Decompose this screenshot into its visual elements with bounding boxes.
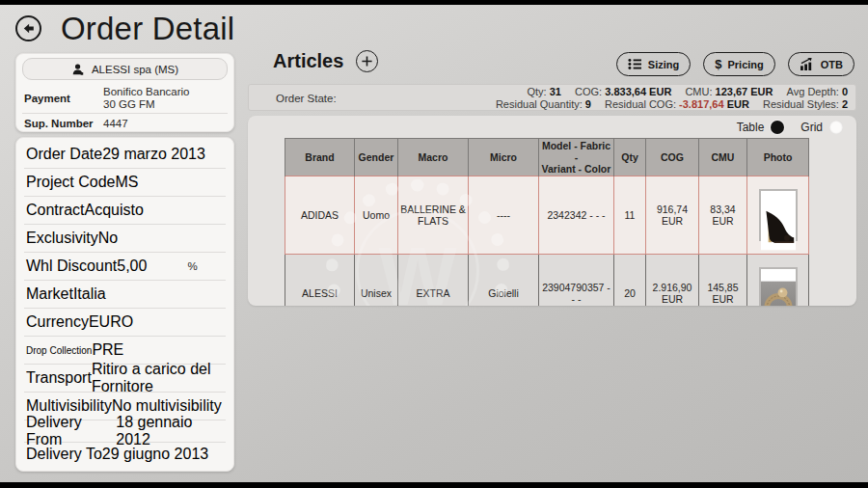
avg-depth-label: Avg Depth:	[787, 86, 839, 97]
order-state-values: Qty: 31 COG: 3.833,64 EUR CMU: 123,67 EU…	[485, 86, 848, 111]
sup-number-row: Sup. Number 4447	[22, 114, 228, 133]
cell-model: 2342342 - - -	[539, 176, 614, 255]
cell-cog: 916,74 EUR	[646, 176, 699, 255]
residual-cog-value: -3.817,64	[679, 98, 723, 110]
gold-ring-photo[interactable]	[759, 267, 798, 306]
person-icon	[71, 63, 85, 76]
cell-cmu: 145,85 EUR	[699, 255, 747, 307]
order-fields-card: Order Date 29 marzo 2013 Project Code MS…	[15, 137, 234, 472]
otb-label: OTB	[821, 59, 843, 70]
field-row-project-code: Project Code MS	[24, 169, 226, 197]
sup-number-value: 4447	[103, 118, 128, 129]
residual-styles-value: 2	[842, 98, 848, 110]
article-row-alessi[interactable]: ALESSI Unisex EXTRA Gioielli 23904790357…	[285, 255, 809, 307]
avg-depth-value: 0	[842, 86, 848, 97]
cell-brand: ADIDAS	[285, 176, 355, 255]
supplier-button[interactable]: ALESSI spa (MS)	[22, 58, 228, 80]
field-value: MS	[116, 174, 139, 191]
field-label: Contract	[26, 202, 84, 219]
payment-label: Payment	[24, 93, 103, 104]
residual-styles-label: Residual Styles:	[763, 98, 839, 110]
ring-image	[761, 281, 796, 306]
payment-value: Bonifico Bancario 30 GG FM	[103, 86, 190, 111]
qty-label: Qty:	[528, 86, 547, 97]
cell-photo	[747, 255, 809, 307]
otb-button[interactable]: OTB	[788, 52, 854, 76]
col-brand: Brand	[285, 139, 355, 176]
field-row-delivery-from: Delivery From 18 gennaio 2012	[24, 420, 226, 443]
field-row-currency: Currency EURO	[24, 309, 226, 337]
grid-view-radio[interactable]	[829, 121, 843, 134]
field-value: PRE	[92, 341, 123, 359]
pricing-button[interactable]: $ Pricing	[703, 52, 775, 76]
field-label: Exclusivity	[26, 230, 98, 247]
order-state-label: Order State:	[276, 93, 337, 104]
article-row-adidas[interactable]: ADIDAS Uomo BALLERINE & FLATS ---- 23423…	[285, 176, 809, 255]
residual-qty-value: 9	[585, 98, 591, 110]
cell-gender: Uomo	[355, 176, 398, 255]
col-cmu: CMU	[699, 139, 747, 176]
field-label: Market	[26, 285, 73, 303]
col-model: Model - Fabric - Variant - Color	[539, 139, 614, 176]
payment-row: Payment Bonifico Bancario 30 GG FM	[22, 83, 228, 114]
order-state-line2: Residual Quantity: 9 Residual COG: -3.81…	[485, 98, 848, 111]
qty-value: 31	[550, 86, 561, 97]
field-value: 18 gennaio 2012	[116, 414, 224, 448]
app-header: Order Detail	[15, 13, 234, 44]
cell-gender: Unisex	[355, 255, 398, 307]
field-row-contract: Contract Acquisto	[24, 197, 226, 225]
col-cog: COG	[646, 139, 699, 176]
field-value: No	[98, 230, 118, 247]
articles-title: Articles	[273, 50, 343, 72]
articles-panel: Table Grid Brand Gender Macro Micro Mod	[248, 116, 856, 306]
table-header-row: Brand Gender Macro Micro Model - Fabric …	[285, 139, 809, 176]
cell-photo	[747, 176, 809, 255]
plus-icon	[361, 55, 373, 68]
sizing-button[interactable]: Sizing	[616, 52, 691, 76]
list-icon	[628, 58, 642, 70]
field-value: 29 marzo 2013	[102, 146, 205, 163]
field-row-order-date: Order Date 29 marzo 2013	[24, 141, 226, 169]
table-view-radio[interactable]	[771, 121, 784, 134]
cell-macro: BALLERINE & FLATS	[398, 176, 469, 255]
sizing-label: Sizing	[648, 59, 679, 70]
field-value: Italia	[73, 285, 106, 303]
field-value: Ritiro a carico del Fornitore	[92, 361, 224, 395]
shoe-image	[761, 203, 796, 251]
app-window: Order Detail ALESSI spa (MS) Payment Bon…	[0, 0, 868, 488]
cell-brand: ALESSI	[285, 255, 355, 307]
col-qty: Qty	[614, 139, 646, 176]
order-state-bar: Order State: Qty: 31 COG: 3.833,64 EUR C…	[248, 84, 856, 111]
articles-header: Articles	[273, 50, 378, 72]
field-value: No multivisibility	[112, 397, 222, 415]
field-label: Order Date	[26, 146, 102, 163]
field-label: Transport	[26, 369, 92, 387]
field-label: Project Code	[26, 174, 116, 191]
black-heel-shoe-photo[interactable]	[759, 189, 798, 241]
supplier-card: ALESSI spa (MS) Payment Bonifico Bancari…	[15, 53, 234, 132]
page-title: Order Detail	[61, 13, 234, 44]
field-row-exclusivity: Exclusivity No	[24, 225, 226, 253]
percent-suffix: %	[187, 260, 197, 272]
back-button[interactable]	[15, 15, 41, 41]
order-detail-screen: Order Detail ALESSI spa (MS) Payment Bon…	[0, 5, 868, 482]
dollar-icon: $	[715, 58, 721, 70]
view-toggle: Table Grid	[737, 121, 843, 134]
col-gender: Gender	[355, 139, 398, 176]
supplier-name: ALESSI spa (MS)	[92, 64, 178, 75]
chart-icon	[800, 58, 815, 70]
arrow-left-icon	[21, 21, 36, 36]
field-label: Whl Discount	[26, 258, 117, 275]
cell-model: 23904790357 - - -	[539, 255, 614, 307]
add-article-button[interactable]	[356, 50, 378, 72]
residual-cog-label: Residual COG:	[605, 98, 676, 110]
table-view-label: Table	[737, 121, 765, 134]
field-value: 29 giugno 2013	[102, 446, 208, 463]
field-row-transport: Transport Ritiro a carico del Fornitore	[24, 365, 226, 393]
cell-macro: EXTRA	[398, 255, 469, 307]
field-label: Multivisibility	[26, 397, 112, 415]
articles-table: Brand Gender Macro Micro Model - Fabric …	[285, 138, 809, 306]
field-value: 5,00	[117, 258, 147, 275]
col-photo: Photo	[747, 139, 809, 176]
cog-value: 3.833,64 EUR	[605, 86, 671, 97]
